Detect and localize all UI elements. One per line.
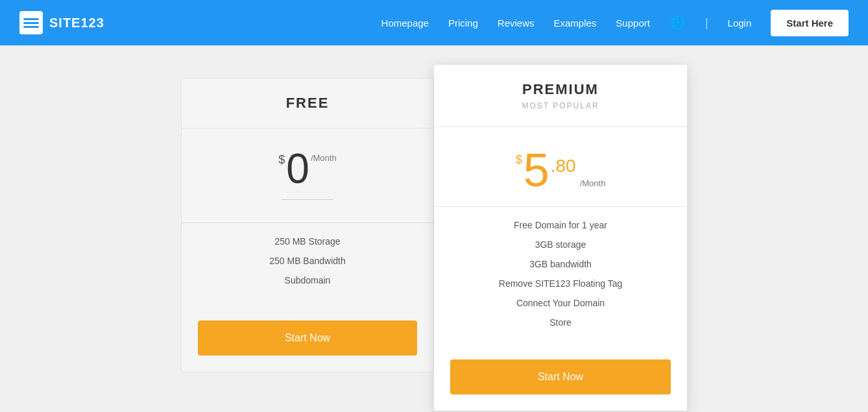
premium-plan-cta: Start Now <box>434 350 687 411</box>
pricing-section: FREE $ 0 /Month 250 MB Storage 250 MB Ba… <box>0 45 868 412</box>
nav-reviews[interactable]: Reviews <box>498 18 535 29</box>
start-here-button[interactable]: Start Here <box>771 10 849 36</box>
free-plan-price-section: $ 0 /Month <box>182 128 433 223</box>
globe-icon[interactable]: 🌐 <box>669 15 686 30</box>
premium-price-decimal: .80 <box>551 156 576 176</box>
free-plan-header: FREE <box>182 79 433 128</box>
nav-examples[interactable]: Examples <box>554 18 597 29</box>
free-price-number: 0 <box>286 148 309 189</box>
premium-feature-5: Connect Your Domain <box>450 298 671 308</box>
price-divider <box>282 199 333 200</box>
logo-line-1 <box>23 18 39 20</box>
navbar: SITE123 Homepage Pricing Reviews Example… <box>0 0 868 45</box>
free-plan-cta: Start Now <box>182 308 433 372</box>
premium-plan-subtitle: MOST POPULAR <box>450 101 671 110</box>
free-start-now-button[interactable]: Start Now <box>198 321 417 356</box>
premium-feature-2: 3GB storage <box>450 239 671 250</box>
premium-price-period: /Month <box>580 178 606 188</box>
premium-feature-3: 3GB bandwidth <box>450 259 671 269</box>
logo-icon <box>19 11 43 34</box>
free-price-row: $ 0 /Month <box>198 148 417 189</box>
premium-price-row: $ 5 .80 /Month <box>450 147 671 193</box>
nav-homepage[interactable]: Homepage <box>381 18 429 29</box>
logo-text: SITE123 <box>49 16 104 30</box>
premium-feature-1: Free Domain for 1 year <box>450 220 671 230</box>
free-price-period: /Month <box>311 153 337 163</box>
nav-pricing[interactable]: Pricing <box>448 18 478 29</box>
premium-feature-6: Store <box>450 317 671 328</box>
nav-support[interactable]: Support <box>616 18 650 29</box>
free-plan-card: FREE $ 0 /Month 250 MB Storage 250 MB Ba… <box>181 78 434 372</box>
premium-start-now-button[interactable]: Start Now <box>450 359 671 394</box>
premium-plan-card: PREMIUM MOST POPULAR $ 5 .80 /Month Free… <box>434 65 687 411</box>
free-feature-2: 250 MB Bandwidth <box>198 256 417 266</box>
premium-plan-title: PREMIUM <box>450 81 671 98</box>
logo[interactable]: SITE123 <box>19 11 104 34</box>
premium-plan-header: PREMIUM MOST POPULAR <box>434 65 687 127</box>
premium-feature-4: Remove SITE123 Floating Tag <box>450 278 671 289</box>
nav-links: Homepage Pricing Reviews Examples Suppor… <box>381 10 849 36</box>
free-feature-3: Subdomain <box>198 275 417 285</box>
logo-line-3 <box>23 26 39 28</box>
free-plan-features: 250 MB Storage 250 MB Bandwidth Subdomai… <box>182 223 433 308</box>
free-plan-title: FREE <box>198 95 417 112</box>
premium-price-number: 5 <box>524 147 549 193</box>
premium-plan-price-section: $ 5 .80 /Month <box>434 127 687 207</box>
login-link[interactable]: Login <box>728 18 752 29</box>
nav-divider: | <box>705 16 708 30</box>
premium-plan-features: Free Domain for 1 year 3GB storage 3GB b… <box>434 207 687 350</box>
free-currency: $ <box>278 153 285 167</box>
logo-line-2 <box>23 22 39 24</box>
premium-currency: $ <box>516 153 522 167</box>
free-feature-1: 250 MB Storage <box>198 236 417 247</box>
